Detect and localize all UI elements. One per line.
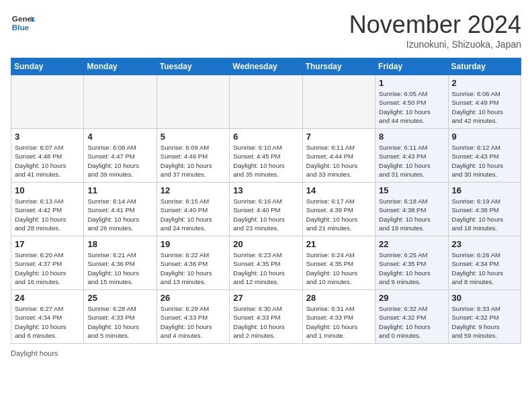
calendar-cell: 12Sunrise: 6:15 AM Sunset: 4:40 PM Dayli… — [157, 183, 229, 236]
day-number: 20 — [233, 239, 298, 249]
day-number: 21 — [306, 239, 371, 249]
calendar-cell: 9Sunrise: 6:12 AM Sunset: 4:43 PM Daylig… — [448, 129, 521, 183]
weekday-header-tuesday: Tuesday — [157, 58, 229, 75]
day-number: 25 — [87, 293, 152, 303]
calendar-cell: 28Sunrise: 6:31 AM Sunset: 4:33 PM Dayli… — [302, 290, 375, 344]
calendar-cell: 26Sunrise: 6:29 AM Sunset: 4:33 PM Dayli… — [157, 290, 229, 344]
day-number: 15 — [379, 185, 444, 195]
calendar-cell: 11Sunrise: 6:14 AM Sunset: 4:41 PM Dayli… — [84, 183, 157, 236]
weekday-header-wednesday: Wednesday — [230, 58, 302, 75]
day-info: Sunrise: 6:19 AM Sunset: 4:38 PM Dayligh… — [452, 197, 517, 232]
day-info: Sunrise: 6:06 AM Sunset: 4:49 PM Dayligh… — [452, 89, 517, 125]
title-block: November 2024 Izunokuni, Shizuoka, Japan — [349, 11, 521, 50]
calendar-table: SundayMondayTuesdayWednesdayThursdayFrid… — [11, 58, 521, 344]
day-info: Sunrise: 6:32 AM Sunset: 4:32 PM Dayligh… — [379, 304, 444, 340]
page-header: General Blue November 2024 Izunokuni, Sh… — [11, 11, 521, 50]
day-info: Sunrise: 6:16 AM Sunset: 4:40 PM Dayligh… — [233, 197, 298, 232]
day-number: 22 — [379, 239, 444, 249]
calendar-cell: 30Sunrise: 6:33 AM Sunset: 4:32 PM Dayli… — [448, 290, 521, 344]
day-number: 24 — [15, 293, 80, 303]
day-info: Sunrise: 6:18 AM Sunset: 4:38 PM Dayligh… — [379, 197, 444, 232]
day-number: 9 — [452, 132, 517, 142]
calendar-cell — [84, 75, 157, 129]
calendar-cell: 21Sunrise: 6:24 AM Sunset: 4:35 PM Dayli… — [302, 236, 375, 290]
weekday-header-friday: Friday — [375, 58, 448, 75]
day-number: 12 — [161, 185, 226, 195]
calendar-cell: 16Sunrise: 6:19 AM Sunset: 4:38 PM Dayli… — [448, 183, 521, 236]
calendar-cell: 8Sunrise: 6:11 AM Sunset: 4:43 PM Daylig… — [375, 129, 448, 183]
calendar-cell — [230, 75, 302, 129]
day-number: 6 — [233, 132, 298, 142]
day-info: Sunrise: 6:30 AM Sunset: 4:33 PM Dayligh… — [233, 304, 298, 340]
calendar-cell: 20Sunrise: 6:23 AM Sunset: 4:35 PM Dayli… — [230, 236, 302, 290]
day-number: 27 — [233, 293, 298, 303]
day-info: Sunrise: 6:24 AM Sunset: 4:35 PM Dayligh… — [306, 250, 371, 286]
day-number: 8 — [379, 132, 444, 142]
calendar-cell: 18Sunrise: 6:21 AM Sunset: 4:36 PM Dayli… — [84, 236, 157, 290]
day-number: 19 — [161, 239, 226, 249]
calendar-cell: 25Sunrise: 6:28 AM Sunset: 4:33 PM Dayli… — [84, 290, 157, 344]
weekday-header-monday: Monday — [84, 58, 157, 75]
day-info: Sunrise: 6:27 AM Sunset: 4:34 PM Dayligh… — [15, 304, 80, 340]
day-info: Sunrise: 6:07 AM Sunset: 4:48 PM Dayligh… — [15, 143, 80, 179]
weekday-header-saturday: Saturday — [448, 58, 521, 75]
day-info: Sunrise: 6:22 AM Sunset: 4:36 PM Dayligh… — [161, 250, 226, 286]
day-number: 23 — [452, 239, 517, 249]
day-info: Sunrise: 6:29 AM Sunset: 4:33 PM Dayligh… — [161, 304, 226, 340]
calendar-cell: 17Sunrise: 6:20 AM Sunset: 4:37 PM Dayli… — [11, 236, 84, 290]
day-number: 1 — [379, 78, 444, 88]
calendar-cell: 14Sunrise: 6:17 AM Sunset: 4:39 PM Dayli… — [302, 183, 375, 236]
day-info: Sunrise: 6:33 AM Sunset: 4:32 PM Dayligh… — [452, 304, 517, 340]
weekday-header-thursday: Thursday — [302, 58, 375, 75]
day-number: 30 — [452, 293, 517, 303]
calendar-cell: 6Sunrise: 6:10 AM Sunset: 4:45 PM Daylig… — [230, 129, 302, 183]
footer-label: Daylight hours — [11, 349, 521, 357]
calendar-cell: 3Sunrise: 6:07 AM Sunset: 4:48 PM Daylig… — [11, 129, 84, 183]
calendar-cell: 4Sunrise: 6:08 AM Sunset: 4:47 PM Daylig… — [84, 129, 157, 183]
calendar-cell — [11, 75, 84, 129]
day-number: 2 — [452, 78, 517, 88]
day-number: 18 — [87, 239, 152, 249]
day-number: 10 — [15, 185, 80, 195]
day-number: 7 — [306, 132, 371, 142]
calendar-cell: 5Sunrise: 6:09 AM Sunset: 4:46 PM Daylig… — [157, 129, 229, 183]
day-info: Sunrise: 6:08 AM Sunset: 4:47 PM Dayligh… — [87, 143, 152, 179]
day-info: Sunrise: 6:10 AM Sunset: 4:45 PM Dayligh… — [233, 143, 298, 179]
day-info: Sunrise: 6:14 AM Sunset: 4:41 PM Dayligh… — [87, 197, 152, 232]
day-info: Sunrise: 6:21 AM Sunset: 4:36 PM Dayligh… — [87, 250, 152, 286]
calendar-cell — [302, 75, 375, 129]
day-info: Sunrise: 6:20 AM Sunset: 4:37 PM Dayligh… — [15, 250, 80, 286]
calendar-cell: 2Sunrise: 6:06 AM Sunset: 4:49 PM Daylig… — [448, 75, 521, 129]
calendar-cell: 29Sunrise: 6:32 AM Sunset: 4:32 PM Dayli… — [375, 290, 448, 344]
day-info: Sunrise: 6:12 AM Sunset: 4:43 PM Dayligh… — [452, 143, 517, 179]
day-info: Sunrise: 6:17 AM Sunset: 4:39 PM Dayligh… — [306, 197, 371, 232]
day-info: Sunrise: 6:31 AM Sunset: 4:33 PM Dayligh… — [306, 304, 371, 340]
logo-icon: General Blue — [11, 11, 35, 35]
day-number: 26 — [161, 293, 226, 303]
calendar-cell: 1Sunrise: 6:05 AM Sunset: 4:50 PM Daylig… — [375, 75, 448, 129]
day-info: Sunrise: 6:13 AM Sunset: 4:42 PM Dayligh… — [15, 197, 80, 232]
day-number: 28 — [306, 293, 371, 303]
day-info: Sunrise: 6:11 AM Sunset: 4:43 PM Dayligh… — [379, 143, 444, 179]
calendar-cell: 24Sunrise: 6:27 AM Sunset: 4:34 PM Dayli… — [11, 290, 84, 344]
calendar-cell: 15Sunrise: 6:18 AM Sunset: 4:38 PM Dayli… — [375, 183, 448, 236]
calendar-cell: 10Sunrise: 6:13 AM Sunset: 4:42 PM Dayli… — [11, 183, 84, 236]
location: Izunokuni, Shizuoka, Japan — [349, 39, 521, 50]
day-number: 17 — [15, 239, 80, 249]
day-info: Sunrise: 6:11 AM Sunset: 4:44 PM Dayligh… — [306, 143, 371, 179]
calendar-cell: 23Sunrise: 6:26 AM Sunset: 4:34 PM Dayli… — [448, 236, 521, 290]
calendar-cell: 13Sunrise: 6:16 AM Sunset: 4:40 PM Dayli… — [230, 183, 302, 236]
day-number: 3 — [15, 132, 80, 142]
calendar-cell: 22Sunrise: 6:25 AM Sunset: 4:35 PM Dayli… — [375, 236, 448, 290]
day-info: Sunrise: 6:26 AM Sunset: 4:34 PM Dayligh… — [452, 250, 517, 286]
logo: General Blue — [11, 11, 35, 35]
day-number: 13 — [233, 185, 298, 195]
day-number: 29 — [379, 293, 444, 303]
calendar-cell: 27Sunrise: 6:30 AM Sunset: 4:33 PM Dayli… — [230, 290, 302, 344]
svg-text:Blue: Blue — [12, 23, 30, 32]
day-number: 4 — [87, 132, 152, 142]
day-info: Sunrise: 6:23 AM Sunset: 4:35 PM Dayligh… — [233, 250, 298, 286]
day-info: Sunrise: 6:15 AM Sunset: 4:40 PM Dayligh… — [161, 197, 226, 232]
day-number: 5 — [161, 132, 226, 142]
weekday-header-sunday: Sunday — [11, 58, 84, 75]
